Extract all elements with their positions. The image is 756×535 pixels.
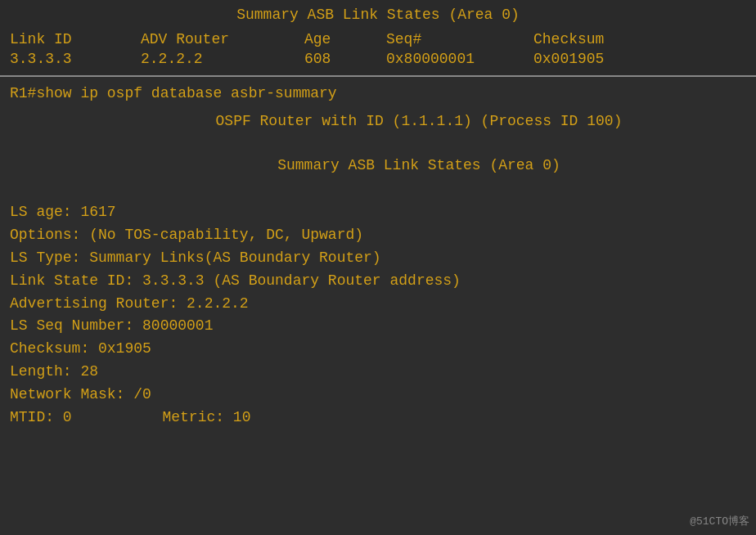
ospf-title: OSPF Router with ID (1.1.1.1) (Process I… <box>10 113 746 129</box>
mtid: MTID: 0 <box>10 409 72 425</box>
command-line: R1#show ip ospf database asbr-summary <box>10 85 746 101</box>
table-header: Link ID ADV Router Age Seq# Checksum <box>10 31 746 47</box>
ls-seq: LS Seq Number: 80000001 <box>10 315 746 338</box>
header-seq: Seq# <box>386 31 533 47</box>
row-link-id: 3.3.3.3 <box>10 51 141 67</box>
row-checksum: 0x001905 <box>533 51 681 67</box>
top-section: Summary ASB Link States (Area 0) Link ID… <box>0 0 756 77</box>
top-title: Summary ASB Link States (Area 0) <box>10 7 746 23</box>
header-adv-router: ADV Router <box>141 31 304 47</box>
length: Length: 28 <box>10 361 746 384</box>
header-age: Age <box>304 31 386 47</box>
watermark: @51CTO博客 <box>690 514 749 528</box>
ls-age: LS age: 1617 <box>10 201 746 224</box>
network-mask: Network Mask: /0 <box>10 384 746 407</box>
options: Options: (No TOS-capability, DC, Upward) <box>10 224 746 247</box>
advertising-router: Advertising Router: 2.2.2.2 <box>10 293 746 316</box>
row-seq: 0x80000001 <box>386 51 533 67</box>
mtid-metric: MTID: 0 Metric: 10 <box>10 407 746 429</box>
metric: Metric: 10 <box>80 409 250 425</box>
checksum: Checksum: 0x1905 <box>10 338 746 361</box>
header-checksum: Checksum <box>533 31 681 47</box>
bottom-section: R1#show ip ospf database asbr-summary OS… <box>0 77 756 535</box>
row-adv-router: 2.2.2.2 <box>141 51 304 67</box>
row-age: 608 <box>304 51 386 67</box>
table-row: 3.3.3.3 2.2.2.2 608 0x80000001 0x001905 <box>10 51 746 67</box>
link-state-id: Link State ID: 3.3.3.3 (AS Boundary Rout… <box>10 270 746 293</box>
ls-type: LS Type: Summary Links(AS Boundary Route… <box>10 247 746 270</box>
summary-title: Summary ASB Link States (Area 0) <box>10 157 746 173</box>
terminal: Summary ASB Link States (Area 0) Link ID… <box>0 0 756 535</box>
header-link-id: Link ID <box>10 31 141 47</box>
